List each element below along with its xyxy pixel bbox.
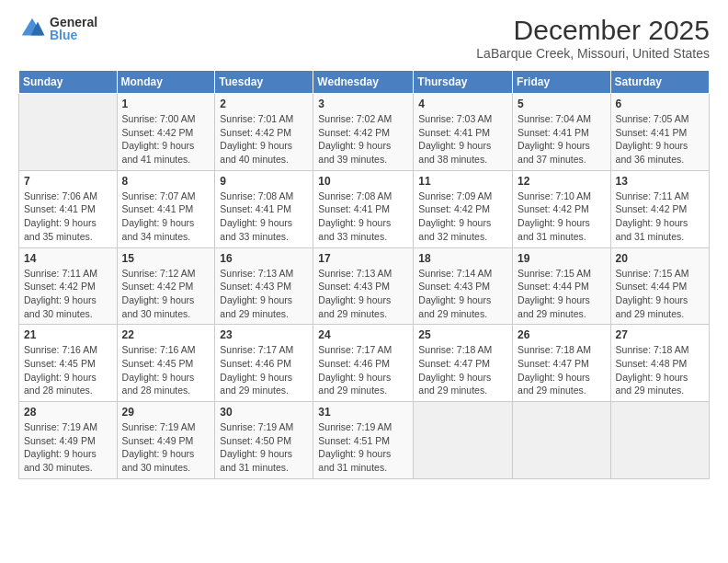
calendar-week-4: 21Sunrise: 7:16 AM Sunset: 4:45 PM Dayli…: [19, 325, 710, 402]
day-number: 5: [518, 98, 606, 110]
day-info: Sunrise: 7:18 AM Sunset: 4:47 PM Dayligh…: [418, 343, 507, 397]
day-number: 12: [518, 175, 606, 188]
day-number: 24: [318, 328, 408, 341]
calendar-cell: [19, 94, 118, 171]
calendar-cell: 6Sunrise: 7:05 AM Sunset: 4:41 PM Daylig…: [610, 94, 709, 171]
day-number: 26: [518, 328, 606, 341]
calendar-cell: 29Sunrise: 7:19 AM Sunset: 4:49 PM Dayli…: [117, 402, 215, 479]
calendar-cell: 22Sunrise: 7:16 AM Sunset: 4:45 PM Dayli…: [117, 325, 215, 402]
calendar-cell: 10Sunrise: 7:08 AM Sunset: 4:41 PM Dayli…: [313, 170, 414, 247]
day-number: 20: [616, 252, 704, 265]
calendar-cell: 11Sunrise: 7:09 AM Sunset: 4:42 PM Dayli…: [414, 170, 513, 247]
logo-blue: Blue: [50, 29, 97, 41]
day-info: Sunrise: 7:08 AM Sunset: 4:41 PM Dayligh…: [220, 190, 308, 244]
calendar-cell: 19Sunrise: 7:15 AM Sunset: 4:44 PM Dayli…: [513, 247, 611, 325]
calendar-cell: 15Sunrise: 7:12 AM Sunset: 4:42 PM Dayli…: [117, 247, 215, 325]
day-number: 22: [122, 328, 210, 341]
calendar-cell: 12Sunrise: 7:10 AM Sunset: 4:42 PM Dayli…: [513, 170, 611, 247]
day-info: Sunrise: 7:17 AM Sunset: 4:46 PM Dayligh…: [220, 343, 308, 397]
day-number: 4: [418, 98, 507, 110]
calendar-cell: 7Sunrise: 7:06 AM Sunset: 4:41 PM Daylig…: [19, 170, 118, 247]
day-number: 13: [616, 175, 704, 188]
logo-general: General: [50, 16, 97, 29]
day-number: 9: [220, 175, 308, 188]
calendar-cell: 21Sunrise: 7:16 AM Sunset: 4:45 PM Dayli…: [19, 325, 118, 402]
day-info: Sunrise: 7:19 AM Sunset: 4:50 PM Dayligh…: [220, 420, 308, 475]
calendar-cell: 13Sunrise: 7:11 AM Sunset: 4:42 PM Dayli…: [610, 170, 709, 247]
day-number: 7: [24, 175, 112, 188]
day-number: 8: [122, 175, 210, 188]
day-info: Sunrise: 7:16 AM Sunset: 4:45 PM Dayligh…: [24, 343, 112, 397]
calendar-cell: 8Sunrise: 7:07 AM Sunset: 4:41 PM Daylig…: [117, 170, 215, 247]
calendar-week-5: 28Sunrise: 7:19 AM Sunset: 4:49 PM Dayli…: [19, 402, 710, 479]
day-info: Sunrise: 7:13 AM Sunset: 4:43 PM Dayligh…: [318, 267, 408, 321]
day-number: 17: [318, 252, 408, 265]
calendar-cell: 16Sunrise: 7:13 AM Sunset: 4:43 PM Dayli…: [215, 247, 313, 325]
col-monday: Monday: [117, 71, 215, 94]
day-number: 6: [616, 98, 704, 110]
day-number: 2: [220, 98, 308, 110]
day-number: 1: [122, 98, 210, 110]
main-title: December 2025: [476, 15, 710, 46]
calendar-cell: 5Sunrise: 7:04 AM Sunset: 4:41 PM Daylig…: [513, 94, 611, 171]
subtitle: LaBarque Creek, Missouri, United States: [476, 46, 710, 61]
col-sunday: Sunday: [19, 71, 118, 94]
col-friday: Friday: [513, 71, 611, 94]
day-number: 3: [318, 98, 408, 110]
day-info: Sunrise: 7:15 AM Sunset: 4:44 PM Dayligh…: [518, 267, 606, 321]
day-number: 15: [122, 252, 210, 265]
calendar-cell: [610, 402, 709, 479]
day-info: Sunrise: 7:18 AM Sunset: 4:47 PM Dayligh…: [518, 343, 606, 397]
calendar-cell: 18Sunrise: 7:14 AM Sunset: 4:43 PM Dayli…: [414, 247, 513, 325]
day-info: Sunrise: 7:18 AM Sunset: 4:48 PM Dayligh…: [616, 343, 704, 397]
day-info: Sunrise: 7:08 AM Sunset: 4:41 PM Dayligh…: [318, 190, 408, 244]
day-info: Sunrise: 7:17 AM Sunset: 4:46 PM Dayligh…: [318, 343, 408, 397]
calendar-cell: 28Sunrise: 7:19 AM Sunset: 4:49 PM Dayli…: [19, 402, 118, 479]
day-number: 31: [318, 406, 408, 419]
day-number: 28: [24, 406, 112, 419]
day-number: 29: [122, 406, 210, 419]
day-number: 14: [24, 252, 112, 265]
day-info: Sunrise: 7:02 AM Sunset: 4:42 PM Dayligh…: [318, 112, 408, 167]
day-number: 19: [518, 252, 606, 265]
calendar-cell: 31Sunrise: 7:19 AM Sunset: 4:51 PM Dayli…: [313, 402, 414, 479]
calendar-cell: 25Sunrise: 7:18 AM Sunset: 4:47 PM Dayli…: [414, 325, 513, 402]
day-info: Sunrise: 7:19 AM Sunset: 4:51 PM Dayligh…: [318, 420, 408, 475]
calendar-cell: [513, 402, 611, 479]
col-wednesday: Wednesday: [313, 71, 414, 94]
day-number: 25: [418, 328, 507, 341]
day-info: Sunrise: 7:03 AM Sunset: 4:41 PM Dayligh…: [418, 112, 507, 167]
day-info: Sunrise: 7:07 AM Sunset: 4:41 PM Dayligh…: [122, 190, 210, 244]
day-number: 10: [318, 175, 408, 188]
day-info: Sunrise: 7:15 AM Sunset: 4:44 PM Dayligh…: [616, 267, 704, 321]
day-info: Sunrise: 7:01 AM Sunset: 4:42 PM Dayligh…: [220, 112, 308, 167]
col-saturday: Saturday: [610, 71, 709, 94]
calendar-cell: 20Sunrise: 7:15 AM Sunset: 4:44 PM Dayli…: [610, 247, 709, 325]
day-info: Sunrise: 7:19 AM Sunset: 4:49 PM Dayligh…: [122, 420, 210, 475]
calendar-cell: 26Sunrise: 7:18 AM Sunset: 4:47 PM Dayli…: [513, 325, 611, 402]
calendar-cell: [414, 402, 513, 479]
day-info: Sunrise: 7:19 AM Sunset: 4:49 PM Dayligh…: [24, 420, 112, 475]
calendar-week-2: 7Sunrise: 7:06 AM Sunset: 4:41 PM Daylig…: [19, 170, 710, 247]
day-info: Sunrise: 7:11 AM Sunset: 4:42 PM Dayligh…: [24, 267, 112, 321]
calendar-cell: 24Sunrise: 7:17 AM Sunset: 4:46 PM Dayli…: [313, 325, 414, 402]
day-info: Sunrise: 7:14 AM Sunset: 4:43 PM Dayligh…: [418, 267, 507, 321]
day-number: 30: [220, 406, 308, 419]
day-info: Sunrise: 7:11 AM Sunset: 4:42 PM Dayligh…: [616, 190, 704, 244]
day-number: 21: [24, 328, 112, 341]
day-info: Sunrise: 7:09 AM Sunset: 4:42 PM Dayligh…: [418, 190, 507, 244]
day-info: Sunrise: 7:00 AM Sunset: 4:42 PM Dayligh…: [122, 112, 210, 167]
col-tuesday: Tuesday: [215, 71, 313, 94]
calendar-cell: 30Sunrise: 7:19 AM Sunset: 4:50 PM Dayli…: [215, 402, 313, 479]
day-info: Sunrise: 7:16 AM Sunset: 4:45 PM Dayligh…: [122, 343, 210, 397]
logo: General Blue: [18, 15, 97, 42]
logo-text: General Blue: [50, 16, 97, 41]
day-number: 16: [220, 252, 308, 265]
calendar-cell: 17Sunrise: 7:13 AM Sunset: 4:43 PM Dayli…: [313, 247, 414, 325]
day-number: 27: [616, 328, 704, 341]
calendar: Sunday Monday Tuesday Wednesday Thursday…: [18, 70, 710, 479]
calendar-cell: 23Sunrise: 7:17 AM Sunset: 4:46 PM Dayli…: [215, 325, 313, 402]
page: General Blue December 2025 LaBarque Cree…: [0, 0, 728, 563]
calendar-cell: 9Sunrise: 7:08 AM Sunset: 4:41 PM Daylig…: [215, 170, 313, 247]
day-info: Sunrise: 7:04 AM Sunset: 4:41 PM Dayligh…: [518, 112, 606, 167]
